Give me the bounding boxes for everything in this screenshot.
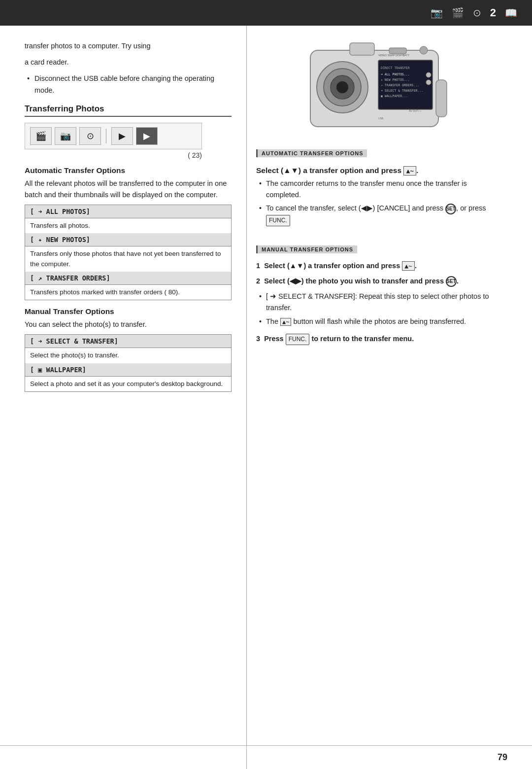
mode-icon-1: 🎬 [30, 127, 52, 145]
manual-step-2-bullet-2: The ▲~ button will flash while the photo… [256, 316, 493, 327]
option-desc-wallpaper: Select a photo and set it as your comput… [25, 376, 232, 391]
option-header-all: [ ➜ ALL PHOTOS] [25, 205, 232, 218]
svg-text:➜ SELECT & TRANSFER...: ➜ SELECT & TRANSFER... [381, 89, 423, 93]
top-bar: 📷 🎬 ⊙ 2 📖 [0, 0, 532, 26]
mode-icon-4: ▶ [111, 127, 133, 145]
svg-text:VIDEO SNAP  DISP/BATT: VIDEO SNAP DISP/BATT [378, 54, 410, 57]
left-column: transfer photos to a computer. Try using… [0, 26, 246, 745]
svg-rect-13 [436, 80, 447, 117]
svg-text:✦ NEW PHOTOS...: ✦ NEW PHOTOS... [381, 78, 410, 82]
svg-text:AV OUT / ∩: AV OUT / ∩ [409, 109, 422, 112]
svg-text:USB: USB [378, 117, 384, 120]
option-header-new: [ ✦ NEW PHOTOS] [25, 233, 232, 246]
option-header-orders: [ ↗ TRANSFER ORDERS] [25, 272, 232, 285]
svg-text:↗ TRANSFER ORDERS...: ↗ TRANSFER ORDERS... [381, 83, 419, 87]
svg-text:DIRECT TRANSFER: DIRECT TRANSFER [381, 66, 410, 70]
icon-circle: ⊙ [473, 7, 481, 19]
icon-camera: 📷 [431, 7, 443, 19]
camera-diagram: DIRECT TRANSFER ➜ ALL PHOTOS... ✦ NEW PH… [305, 35, 443, 136]
svg-rect-1 [350, 43, 374, 55]
svg-point-5 [336, 81, 348, 93]
option-desc-orders: Transfers photos marked with transfer or… [25, 284, 232, 300]
func-button-step3: FUNC. [286, 334, 310, 345]
manual-step-3: 3 Press FUNC. to return to the transfer … [256, 333, 493, 345]
option-desc-new: Transfers only those photos that have no… [25, 246, 232, 272]
icon-book: 📖 [505, 7, 517, 19]
option-desc-select: Select the photo(s) to transfer. [25, 348, 232, 363]
manual-step-1: 1 Select (▲▼) a transfer option and pres… [256, 260, 493, 272]
option-desc-all: Transfers all photos. [25, 218, 232, 234]
intro-text-2: a card reader. [25, 57, 232, 68]
svg-point-16 [426, 72, 431, 77]
option-header-select: [ ➜ SELECT & TRANSFER] [25, 335, 232, 348]
manual-transfer-sidebar-label: MANUAL TRANSFER OPTIONS [256, 245, 357, 253]
automatic-transfer-title: Automatic Transfer Options [25, 166, 232, 175]
svg-rect-14 [389, 48, 406, 54]
page-content: transfer photos to a computer. Try using… [0, 26, 532, 745]
manual-transfer-title: Manual Transfer Options [25, 307, 232, 316]
svg-point-17 [426, 80, 431, 85]
mode-divider [106, 129, 106, 143]
manual-step-2: 2 Select (◀▶) the photo you wish to tran… [256, 276, 493, 287]
bottom-bar: 79 [0, 745, 532, 769]
svg-text:➜ ALL PHOTOS...: ➜ ALL PHOTOS... [381, 72, 410, 76]
mode-icon-3: ⊙ [79, 127, 101, 145]
manual-step-2-bullet-1: [ ➜ SELECT & TRANSFER]: Repeat this step… [256, 291, 493, 314]
auto-select-step: Select (▲▼) a transfer option and press … [256, 166, 493, 175]
icon-video: 🎬 [452, 7, 464, 19]
auto-transfer-sidebar-label: AUTOMATIC TRANSFER OPTIONS [256, 149, 367, 157]
auto-bullet-1: The camcorder returns to the transfer me… [256, 178, 493, 201]
right-column: DIRECT TRANSFER ➜ ALL PHOTOS... ✦ NEW PH… [246, 26, 507, 745]
top-icons: 📷 🎬 ⊙ 2 📖 [431, 6, 517, 19]
icon-2: 2 [490, 6, 496, 19]
auto-bullet-2: To cancel the transfer, select (◀▶) [CAN… [256, 203, 493, 226]
set-button-icon: SET [445, 204, 456, 214]
automatic-options-table: [ ➜ ALL PHOTOS] Transfers all photos. [ … [25, 205, 232, 300]
column-divider [246, 26, 247, 769]
bullet-usb: Disconnect the USB cable before changing… [25, 73, 232, 96]
page-number: 79 [498, 752, 507, 763]
svg-point-15 [420, 46, 428, 54]
intro-text: transfer photos to a computer. Try using [25, 40, 232, 52]
page-ref: ( 23) [25, 151, 202, 159]
set-button-icon-2: SET [446, 276, 457, 287]
mode-icons-row: 🎬 📷 ⊙ ▶ ▶ [25, 123, 202, 149]
manual-options-table: [ ➜ SELECT & TRANSFER] Select the photo(… [25, 334, 232, 392]
mode-icon-5-active: ▶ [136, 127, 158, 145]
section-title-transferring: Transferring Photos [25, 104, 232, 117]
func-button-icon: FUNC. [266, 215, 290, 226]
mode-icon-2: 📷 [55, 127, 76, 145]
manual-transfer-body: You can select the photo(s) to transfer. [25, 319, 232, 330]
automatic-transfer-body: All the relevant photos will be transfer… [25, 178, 232, 201]
option-header-wallpaper: [ ▣ WALLPAPER] [25, 363, 232, 377]
svg-text:▣ WALLPAPER...: ▣ WALLPAPER... [381, 94, 408, 98]
